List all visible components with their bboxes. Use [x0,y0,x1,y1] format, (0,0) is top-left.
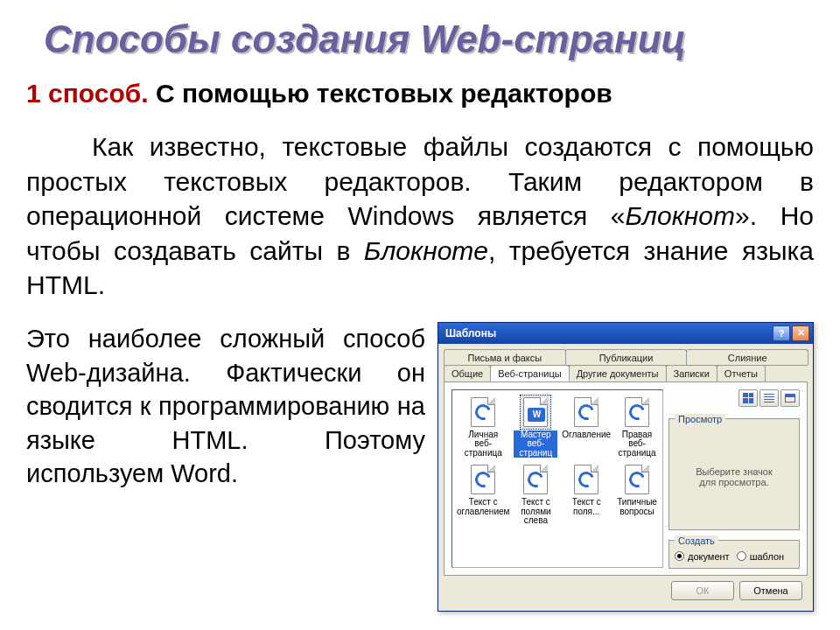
template-item[interactable]: WМастервеб-страниц [514,396,557,458]
templates-dialog-wrap: Шаблоны ? ✕ Письма и факсыПубликацииСлия… [438,322,814,612]
slide-title: Способы создания Web-страниц [44,18,814,61]
template-list[interactable]: Личнаявеб-страницаWМастервеб-страницОгла… [452,389,663,568]
radio-icon [737,551,746,561]
view-list-button[interactable] [760,389,779,407]
side-column: Просмотр Выберите значокдля просмотра. С… [668,389,800,568]
close-button[interactable]: ✕ [792,326,809,341]
tab-публикации[interactable]: Публикации [565,349,688,365]
dialog-body: Письма и факсыПубликацииСлияние ОбщиеВеб… [438,344,813,611]
tab-row-lower: ОбщиеВеб-страницыДругие документыЗаписки… [444,365,808,382]
template-item[interactable]: Личнаявеб-страница [456,396,510,458]
preview-fieldset: Просмотр Выберите значокдля просмотра. [668,414,800,530]
ie-page-icon [571,463,601,496]
subhead-number: 1 способ. [26,79,156,108]
window-buttons: ? ✕ [773,326,809,341]
template-item[interactable]: Текст сполями слева [514,463,557,526]
templates-dialog: Шаблоны ? ✕ Письма и факсыПубликацииСлия… [438,322,814,612]
ie-page-icon [468,463,498,496]
ie-page-icon [622,463,652,496]
template-label: Личнаявеб-страница [456,430,510,458]
tab-письма-и-факсы[interactable]: Письма и факсы [444,349,566,365]
help-button[interactable]: ? [773,326,790,341]
radio-icon [675,551,684,561]
cancel-button[interactable]: Отмена [739,581,802,600]
template-item[interactable]: Оглавление [561,396,612,458]
dialog-title: Шаблоны [445,327,773,340]
tab-panel: Личнаявеб-страницаWМастервеб-страницОгла… [444,382,808,576]
tab-записки[interactable]: Записки [666,365,718,382]
create-option-документ[interactable]: документ [675,551,730,562]
ie-page-icon [468,396,498,429]
ie-page-icon [571,396,601,429]
template-item[interactable]: Текст соглавлением [456,463,510,526]
create-fieldset: Создать документшаблон [668,536,800,570]
ok-button[interactable]: ОК [671,581,734,600]
template-label: Оглавление [561,430,612,440]
tab-общие[interactable]: Общие [444,365,491,382]
template-label: Текст соглавлением [456,498,510,516]
template-item[interactable]: Типичныевопросы [615,463,659,526]
dialog-button-row: ОК Отмена [444,576,808,606]
template-label: Текст споля... [571,498,602,516]
tab-row-upper: Письма и факсыПубликацииСлияние [444,349,808,366]
view-buttons [668,389,800,409]
word-icon: W [521,396,550,429]
template-label: Текст сполями слева [514,498,557,526]
template-label: Типичныевопросы [616,498,658,516]
view-details-button[interactable] [780,389,800,407]
template-label: Праваявеб-страница [615,430,659,458]
ie-page-icon [622,396,652,429]
template-item[interactable]: Текст споля... [561,463,612,526]
tab-веб-страницы[interactable]: Веб-страницы [490,365,570,382]
template-item[interactable]: Праваявеб-страница [615,396,659,458]
create-legend: Создать [675,536,718,546]
paragraph-1: Как известно, текстовые файлы создаются … [26,130,814,303]
tab-другие-документы[interactable]: Другие документы [569,365,667,382]
ie-page-icon [521,463,550,496]
view-large-icons-button[interactable] [738,389,758,407]
tab-слияние[interactable]: Слияние [686,349,808,365]
preview-placeholder: Выберите значокдля просмотра. [675,430,794,524]
subhead-text: С помощью текстовых редакторов [156,79,612,108]
slide: Способы создания Web-страниц 1 способ. С… [0,0,840,630]
tab-отчеты[interactable]: Отчеты [717,365,766,382]
paragraph-2: Это наиболее сложный способ Web-дизайна.… [26,322,425,612]
dialog-titlebar[interactable]: Шаблоны ? ✕ [438,323,813,344]
bottom-row: Это наиболее сложный способ Web-дизайна.… [26,322,814,612]
template-label: Мастервеб-страниц [514,430,557,458]
create-option-шаблон[interactable]: шаблон [737,551,784,562]
preview-legend: Просмотр [675,414,725,424]
slide-subtitle: 1 способ. С помощью текстовых редакторов [26,79,814,108]
